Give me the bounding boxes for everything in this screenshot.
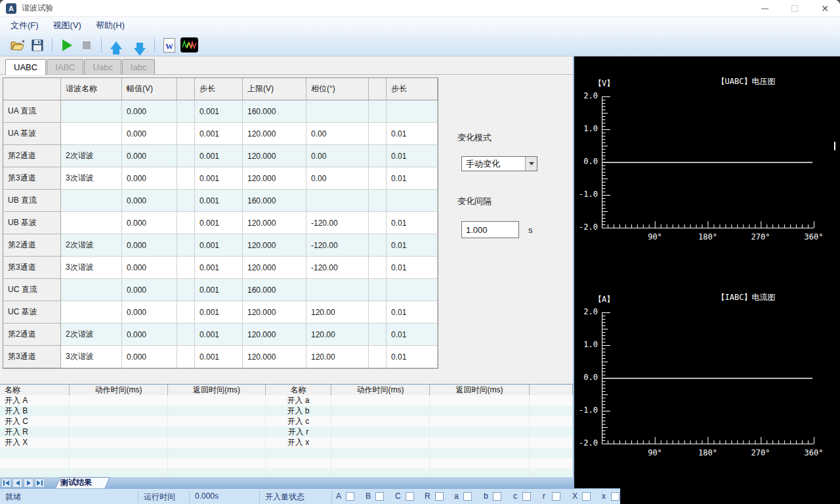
di-name-cell[interactable] (266, 448, 331, 458)
last-page-button[interactable] (35, 478, 45, 488)
harmonic-cell[interactable]: 160.000 (243, 100, 306, 123)
start-button[interactable] (57, 36, 77, 54)
harmonic-cell[interactable]: 3次谐波 (61, 167, 122, 190)
harmonic-cell[interactable]: 0.01 (387, 301, 438, 324)
minimize-button[interactable] (749, 0, 780, 17)
harmonic-cell[interactable]: 0.001 (195, 234, 243, 257)
di-name-cell[interactable] (0, 469, 70, 477)
di-name-cell[interactable] (266, 469, 331, 477)
harmonic-cell[interactable]: 0.01 (387, 167, 438, 190)
result-cell[interactable] (70, 469, 168, 477)
harmonic-cell[interactable]: 120.000 (243, 167, 306, 190)
harmonic-cell[interactable]: 120.000 (243, 145, 306, 167)
di-indicator-checkbox[interactable] (375, 492, 384, 501)
di-name-cell[interactable]: 开入 c (266, 416, 331, 427)
harmonic-cell[interactable]: 120.000 (243, 212, 306, 234)
tab-iabc-lower[interactable]: Iabc (122, 59, 156, 74)
harmonic-cell[interactable] (369, 100, 387, 123)
harmonic-cell[interactable]: 0.001 (195, 190, 243, 212)
harmonic-cell[interactable] (369, 123, 387, 145)
result-cell[interactable] (430, 406, 530, 416)
di-name-cell[interactable] (0, 448, 70, 458)
harmonic-cell[interactable]: 0.000 (122, 145, 177, 167)
harmonic-cell[interactable]: -120.00 (306, 212, 369, 234)
result-cell[interactable] (430, 395, 530, 406)
harmonic-cell[interactable] (369, 145, 387, 167)
result-cell[interactable] (530, 448, 573, 458)
result-cell[interactable] (168, 416, 266, 427)
harmonic-cell[interactable]: 120.000 (243, 234, 306, 257)
result-cell[interactable] (168, 469, 266, 477)
harmonic-cell[interactable]: 0.001 (195, 279, 243, 301)
result-cell[interactable] (331, 448, 430, 458)
dropdown-button[interactable] (525, 157, 537, 171)
result-cell[interactable] (430, 469, 530, 477)
harmonic-cell[interactable]: 2次谐波 (61, 234, 122, 257)
harmonic-cell[interactable]: 0.00 (306, 167, 369, 190)
di-name-cell[interactable]: 开入 C (0, 416, 70, 427)
harmonic-cell[interactable]: 0.01 (387, 346, 438, 368)
harmonic-cell[interactable]: 0.001 (195, 100, 243, 123)
harmonic-cell[interactable] (61, 301, 122, 324)
result-cell[interactable] (530, 458, 573, 469)
harmonic-cell[interactable] (61, 279, 122, 301)
harmonic-cell[interactable]: 0.000 (122, 100, 177, 123)
di-indicator-checkbox[interactable] (493, 492, 501, 501)
di-name-cell[interactable]: 开入 a (266, 395, 331, 406)
di-indicator-checkbox[interactable] (582, 492, 591, 501)
result-cell[interactable] (530, 416, 573, 427)
harmonic-cell[interactable] (387, 100, 438, 123)
harmonic-cell[interactable]: 3次谐波 (61, 257, 122, 279)
result-cell[interactable] (331, 416, 430, 427)
result-cell[interactable] (331, 469, 430, 477)
harmonic-cell[interactable] (369, 167, 387, 190)
harmonic-cell[interactable] (369, 190, 387, 212)
harmonic-cell[interactable] (177, 301, 195, 324)
harmonic-cell[interactable] (306, 190, 369, 212)
di-name-cell[interactable] (266, 458, 331, 469)
waveform-button[interactable] (179, 36, 199, 54)
harmonic-cell[interactable]: 0.00 (306, 145, 369, 167)
prev-page-button[interactable] (12, 478, 22, 488)
harmonic-cell[interactable]: 120.00 (306, 301, 369, 324)
harmonic-cell[interactable]: 120.00 (306, 346, 369, 368)
result-cell[interactable] (430, 416, 530, 427)
di-name-cell[interactable]: 开入 r (266, 427, 331, 437)
harmonic-cell[interactable] (369, 234, 387, 257)
open-file-button[interactable] (8, 36, 28, 54)
result-cell[interactable] (70, 458, 168, 469)
harmonic-cell[interactable]: 120.000 (243, 257, 306, 279)
harmonic-cell[interactable] (369, 346, 387, 368)
di-name-cell[interactable]: 开入 b (266, 406, 331, 416)
harmonic-cell[interactable]: 0.000 (122, 123, 177, 145)
menu-help[interactable]: 帮助(H) (96, 20, 125, 32)
harmonic-cell[interactable]: 0.001 (195, 324, 243, 346)
result-cell[interactable] (168, 427, 266, 437)
sheet-tab-test-result[interactable]: 测试结果 (54, 477, 104, 488)
result-cell[interactable] (70, 395, 168, 406)
harmonic-cell[interactable]: 0.001 (195, 167, 243, 190)
harmonic-cell[interactable]: 0.00 (306, 123, 369, 145)
harmonic-cell[interactable] (177, 145, 195, 167)
result-cell[interactable] (70, 416, 168, 427)
save-button[interactable] (28, 36, 47, 54)
harmonic-cell[interactable] (306, 100, 369, 123)
change-mode-select[interactable]: 手动变化 (461, 156, 537, 171)
harmonic-cell[interactable] (61, 123, 122, 145)
harmonic-cell[interactable] (61, 212, 122, 234)
harmonic-cell[interactable]: 0.01 (387, 123, 438, 145)
close-button[interactable]: ✕ (810, 0, 840, 17)
result-cell[interactable] (70, 437, 168, 448)
harmonic-cell[interactable]: 2次谐波 (61, 145, 122, 167)
harmonic-cell[interactable] (177, 234, 195, 257)
harmonic-cell[interactable]: 0.001 (195, 301, 243, 324)
tab-uabc-lower[interactable]: Uabc (84, 59, 121, 74)
harmonic-cell[interactable]: 120.000 (243, 324, 306, 346)
harmonic-cell[interactable] (387, 279, 438, 301)
harmonic-cell[interactable]: 0.001 (195, 346, 243, 368)
harmonic-cell[interactable] (369, 279, 387, 301)
report-button[interactable]: W (159, 36, 179, 54)
result-cell[interactable] (70, 448, 168, 458)
harmonic-cell[interactable]: 0.000 (122, 301, 177, 324)
result-cell[interactable] (168, 406, 266, 416)
